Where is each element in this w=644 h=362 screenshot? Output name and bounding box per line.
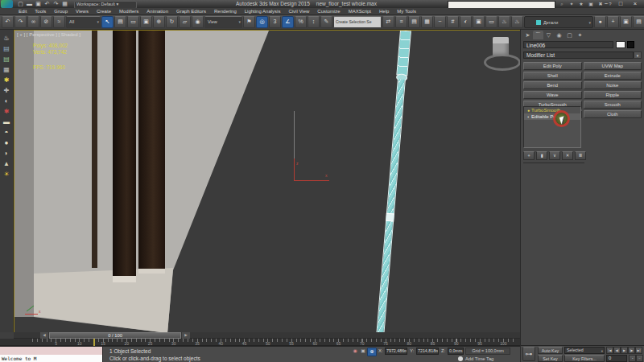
modifier-button[interactable]: Wave xyxy=(523,91,582,99)
teapot-icon[interactable]: ♨ xyxy=(1,33,13,43)
viewcube-top-face[interactable] xyxy=(493,37,509,43)
next-frame-button[interactable]: |▶ xyxy=(628,347,635,354)
notes-icon[interactable]: ▤ xyxy=(1,43,13,54)
menu-item[interactable]: Create xyxy=(93,9,115,14)
y-coord-field[interactable]: 7214,818m⇅ xyxy=(416,348,439,355)
render-iterative-icon[interactable]: ♨ xyxy=(511,16,523,28)
communication-center-icon[interactable]: ✦ xyxy=(567,0,576,8)
stack-item-editable-poly[interactable]: ▪Editable Poly xyxy=(524,113,580,120)
current-frame-marker[interactable] xyxy=(93,339,95,346)
add-time-tag[interactable]: Add Time Tag xyxy=(465,356,493,361)
render-production-icon[interactable]: ♨ xyxy=(498,16,510,28)
z-coord-field[interactable]: 0,0mm⇅ xyxy=(448,348,464,355)
tab-create[interactable]: ➤ xyxy=(522,31,533,39)
modifier-button[interactable]: Shell xyxy=(523,72,582,80)
menu-item[interactable]: Views xyxy=(72,9,93,14)
select-and-scale-icon[interactable]: ▱ xyxy=(179,16,191,28)
tab-hierarchy[interactable]: ▽ xyxy=(543,31,554,39)
tab-modify[interactable]: ⌒ xyxy=(533,31,543,39)
track-bar[interactable]: 5101520253035404550556065707580859095100 xyxy=(0,339,520,346)
modifier-list-dropdown[interactable]: Modifier List xyxy=(523,51,634,59)
select-and-manipulate-icon[interactable]: ⚑ xyxy=(243,16,255,28)
align-icon[interactable]: ≡ xyxy=(395,16,407,28)
modifier-button[interactable]: UVW Map xyxy=(584,62,642,70)
modifier-button[interactable]: Bend xyxy=(523,81,582,89)
key-filters-button[interactable]: Key Filters... xyxy=(564,355,605,362)
rectangular-selection-icon[interactable]: ▭ xyxy=(127,16,139,28)
use-pivot-point-center-icon[interactable]: ◎ xyxy=(256,16,268,28)
favorites-icon[interactable]: ★ xyxy=(576,0,586,8)
menu-item[interactable]: Customize xyxy=(313,9,344,14)
mirror-icon[interactable]: ⇄ xyxy=(382,16,394,28)
pin-stack-button[interactable]: ⌖ xyxy=(523,151,535,160)
viewcube-ring[interactable] xyxy=(484,54,521,71)
max-logo-icon[interactable] xyxy=(1,0,13,8)
current-frame-field[interactable]: 0 xyxy=(606,355,627,362)
undo-icon[interactable]: ↶ xyxy=(2,16,14,28)
sphere-icon[interactable]: ● xyxy=(1,138,13,148)
modifier-button[interactable]: Noise xyxy=(584,81,642,89)
percent-snap-icon[interactable]: % xyxy=(295,16,307,28)
menu-item[interactable]: My Tools xyxy=(393,9,420,14)
moon-render-icon[interactable]: ◐ xyxy=(1,96,13,106)
redo-icon[interactable]: ↷ xyxy=(14,16,27,28)
previous-frame-button[interactable]: ◀| xyxy=(613,347,621,354)
next-frame-arrow[interactable]: ▶ xyxy=(182,332,190,339)
plug-icon[interactable]: ✚ xyxy=(1,85,13,96)
snaps-toggle-icon[interactable]: 3 xyxy=(269,16,281,28)
menu-item[interactable]: Animation xyxy=(142,9,172,14)
menu-item[interactable]: Tools xyxy=(31,9,50,14)
open-file-icon[interactable]: ▬ xyxy=(25,0,34,8)
scene-explorer-icon[interactable]: ▤ xyxy=(633,16,644,28)
close-button[interactable]: × xyxy=(628,0,642,8)
new-scene-icon[interactable]: ▢ xyxy=(16,0,25,8)
x-coord-field[interactable]: 7972,486m⇅ xyxy=(385,348,407,355)
set-key-button[interactable]: Set Key xyxy=(538,355,563,362)
named-selection-sets-dropdown[interactable]: Детали xyxy=(524,16,593,28)
sun-icon[interactable]: ☀ xyxy=(1,169,13,179)
modifier-button[interactable]: Ripple xyxy=(584,91,642,99)
menu-item[interactable]: Help xyxy=(375,9,393,14)
object-name-field[interactable]: Line006 xyxy=(523,41,613,48)
select-and-move-icon[interactable]: ⊕ xyxy=(153,16,165,28)
menu-item[interactable]: Rendering xyxy=(210,9,241,14)
select-object-icon[interactable]: ↖ xyxy=(101,16,114,28)
spinner-snap-icon[interactable]: ↕ xyxy=(308,16,320,28)
flower-render-icon[interactable]: ✱ xyxy=(1,106,13,117)
object-color-swatch[interactable] xyxy=(616,41,625,48)
plate-icon[interactable]: ▬ xyxy=(1,117,13,127)
time-config-icon[interactable]: ◔ xyxy=(629,355,636,362)
select-and-place-icon[interactable]: ◉ xyxy=(192,16,204,28)
cone-icon[interactable]: ▲ xyxy=(1,158,13,169)
snapshot-icon[interactable]: ▣ xyxy=(620,16,632,28)
perspective-viewport[interactable]: z x [ + ] [ Perspective ] [ Shaded ] Pol… xyxy=(14,30,522,334)
select-and-rotate-icon[interactable]: ↻ xyxy=(166,16,178,28)
render-in-cloud-icon[interactable]: ● xyxy=(594,16,606,28)
create-selection-set-field[interactable]: Create Selection Se xyxy=(333,16,382,28)
redo-small-icon[interactable]: ↷ xyxy=(52,0,60,8)
modifier-button[interactable]: Extrude xyxy=(584,72,642,80)
save-file-icon[interactable]: ▣ xyxy=(34,0,43,8)
set-keys-button[interactable]: ⊶ xyxy=(522,347,535,361)
graphite-ribbon-icon[interactable]: ▦ xyxy=(421,16,433,28)
menu-item[interactable]: Graph Editors xyxy=(172,9,210,14)
viewport-label[interactable]: [ + ] [ Perspective ] [ Shaded ] xyxy=(17,32,80,37)
modifier-list-arrow-icon[interactable]: ▾ xyxy=(634,51,642,59)
menu-item[interactable]: Civil View xyxy=(284,9,313,14)
tab-motion[interactable]: ◉ xyxy=(554,31,564,39)
go-to-start-button[interactable]: |◀ xyxy=(606,347,613,354)
maximize-button[interactable]: □ xyxy=(613,0,628,8)
remove-modifier-button[interactable]: ✕ xyxy=(562,151,573,160)
modifier-button[interactable]: Smooth xyxy=(584,101,642,109)
modifier-button[interactable]: Edit Poly xyxy=(523,62,582,70)
menu-item[interactable]: Lighting Analysis xyxy=(241,9,285,14)
tab-utilities[interactable]: ✦ xyxy=(575,31,585,39)
auto-key-button[interactable]: Auto Key xyxy=(538,347,563,354)
play-button[interactable]: ▶ xyxy=(621,347,628,354)
time-slider-handle[interactable]: 0 / 100 xyxy=(49,332,181,339)
select-by-name-icon[interactable]: ▤ xyxy=(114,16,126,28)
tab-display[interactable]: ▢ xyxy=(564,31,575,39)
disc-icon[interactable]: ◗ xyxy=(1,148,13,158)
dome-icon[interactable]: ◓ xyxy=(1,127,13,138)
make-unique-button[interactable]: ∨ xyxy=(549,151,560,160)
